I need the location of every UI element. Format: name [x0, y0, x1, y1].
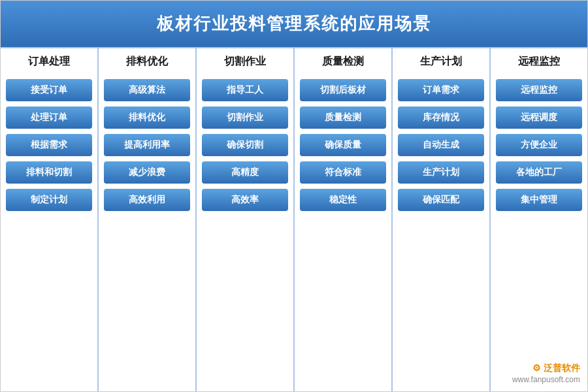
column-items-material-optimization: 高级算法排料优化提高利用率减少浪费高效利用: [104, 79, 190, 211]
column-production-plan: 生产计划订单需求库存情况自动生成生产计划确保匹配: [393, 48, 491, 391]
item-btn-cutting-operation-2[interactable]: 确保切割: [202, 134, 288, 156]
item-btn-production-plan-2[interactable]: 自动生成: [398, 134, 484, 156]
app-container: 板材行业投料管理系统的应用场景 订单处理接受订单处理订单根据需求排料和切割制定计…: [0, 0, 588, 392]
item-btn-remote-monitoring-1[interactable]: 远程调度: [496, 106, 582, 129]
watermark-logo: ⚙ 泛普软件: [532, 363, 580, 373]
item-btn-production-plan-0[interactable]: 订单需求: [398, 79, 484, 101]
item-btn-remote-monitoring-4[interactable]: 集中管理: [496, 189, 582, 211]
column-order-processing: 订单处理接受订单处理订单根据需求排料和切割制定计划: [1, 48, 99, 391]
column-title-material-optimization: 排料优化: [126, 55, 168, 71]
column-title-cutting-operation: 切割作业: [224, 55, 266, 71]
page-header: 板材行业投料管理系统的应用场景: [1, 1, 587, 47]
column-cutting-operation: 切割作业指导工人切割作业确保切割高精度高效率: [197, 48, 295, 391]
item-btn-order-processing-3[interactable]: 排料和切割: [6, 161, 92, 184]
item-btn-material-optimization-0[interactable]: 高级算法: [104, 79, 190, 101]
item-btn-order-processing-2[interactable]: 根据需求: [6, 134, 92, 156]
page-title: 板材行业投料管理系统的应用场景: [157, 14, 431, 33]
item-btn-production-plan-4[interactable]: 确保匹配: [398, 189, 484, 211]
item-btn-quality-inspection-0[interactable]: 切割后板材: [300, 79, 386, 101]
item-btn-material-optimization-4[interactable]: 高效利用: [104, 189, 190, 211]
item-btn-remote-monitoring-0[interactable]: 远程监控: [496, 79, 582, 101]
column-quality-inspection: 质量检测切割后板材质量检测确保质量符合标准稳定性: [295, 48, 393, 391]
watermark: ⚙ 泛普软件 www.fanpusoft.com: [512, 362, 580, 385]
item-btn-order-processing-0[interactable]: 接受订单: [6, 79, 92, 101]
column-items-order-processing: 接受订单处理订单根据需求排料和切割制定计划: [6, 79, 92, 211]
column-material-optimization: 排料优化高级算法排料优化提高利用率减少浪费高效利用: [99, 48, 197, 391]
item-btn-order-processing-1[interactable]: 处理订单: [6, 106, 92, 129]
column-remote-monitoring: 远程监控远程监控远程调度方便企业各地的工厂集中管理: [491, 48, 587, 391]
item-btn-quality-inspection-1[interactable]: 质量检测: [300, 106, 386, 129]
column-items-cutting-operation: 指导工人切割作业确保切割高精度高效率: [202, 79, 288, 211]
item-btn-material-optimization-2[interactable]: 提高利用率: [104, 134, 190, 156]
item-btn-quality-inspection-3[interactable]: 符合标准: [300, 161, 386, 184]
column-title-order-processing: 订单处理: [28, 55, 70, 71]
column-items-remote-monitoring: 远程监控远程调度方便企业各地的工厂集中管理: [496, 79, 582, 211]
column-title-remote-monitoring: 远程监控: [518, 55, 560, 71]
item-btn-remote-monitoring-3[interactable]: 各地的工厂: [496, 161, 582, 184]
watermark-url: www.fanpusoft.com: [512, 375, 580, 384]
main-content: 订单处理接受订单处理订单根据需求排料和切割制定计划排料优化高级算法排料优化提高利…: [1, 47, 587, 391]
item-btn-material-optimization-1[interactable]: 排料优化: [104, 106, 190, 129]
item-btn-cutting-operation-0[interactable]: 指导工人: [202, 79, 288, 101]
item-btn-production-plan-1[interactable]: 库存情况: [398, 106, 484, 129]
item-btn-remote-monitoring-2[interactable]: 方便企业: [496, 134, 582, 156]
item-btn-material-optimization-3[interactable]: 减少浪费: [104, 161, 190, 184]
column-title-quality-inspection: 质量检测: [322, 55, 364, 71]
column-title-production-plan: 生产计划: [420, 55, 462, 71]
item-btn-order-processing-4[interactable]: 制定计划: [6, 189, 92, 211]
item-btn-quality-inspection-4[interactable]: 稳定性: [300, 189, 386, 211]
column-items-quality-inspection: 切割后板材质量检测确保质量符合标准稳定性: [300, 79, 386, 211]
item-btn-cutting-operation-1[interactable]: 切割作业: [202, 106, 288, 129]
item-btn-production-plan-3[interactable]: 生产计划: [398, 161, 484, 184]
item-btn-cutting-operation-3[interactable]: 高精度: [202, 161, 288, 184]
item-btn-cutting-operation-4[interactable]: 高效率: [202, 189, 288, 211]
column-items-production-plan: 订单需求库存情况自动生成生产计划确保匹配: [398, 79, 484, 211]
item-btn-quality-inspection-2[interactable]: 确保质量: [300, 134, 386, 156]
